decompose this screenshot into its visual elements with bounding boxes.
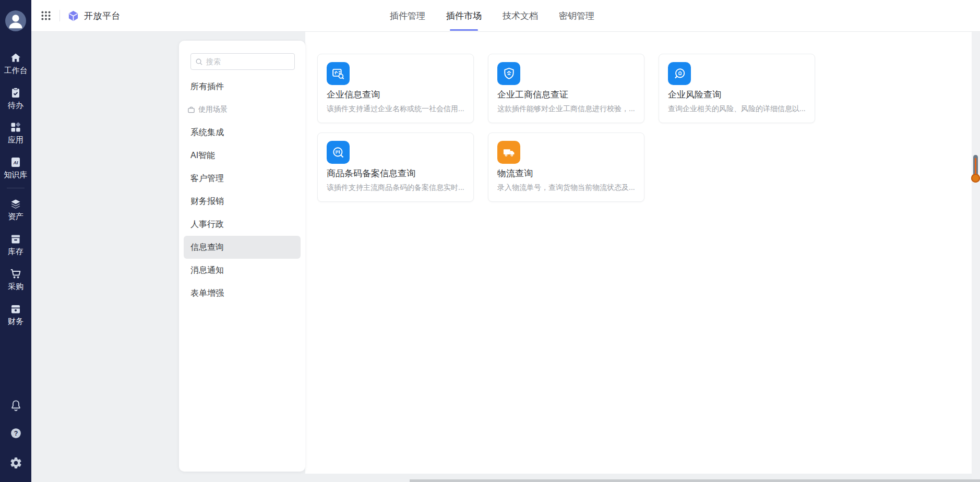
category-list: 所有插件 使用场景 系统集成 AI智能 客户管理 财务报销 人事行政 信息查询 … [179, 75, 305, 305]
category-customer-management[interactable]: 客户管理 [179, 167, 305, 190]
rail-item-label: 待办 [8, 101, 23, 110]
user-avatar[interactable] [5, 10, 26, 31]
procurement-cart-icon [9, 268, 22, 280]
plugin-card-barcode-registration[interactable]: 商品条码备案信息查询 该插件支持主流商品条码的备案信息实时... [317, 132, 474, 202]
rail-item-label: 资产 [8, 212, 23, 221]
help-button[interactable]: ? [0, 427, 31, 440]
todo-clipboard-icon [9, 87, 22, 99]
barcode-search-icon [327, 141, 350, 164]
left-nav-rail: 工作台 待办 应用 AI 知识库 资产 [0, 0, 31, 482]
tab-plugin-management[interactable]: 插件管理 [390, 0, 425, 32]
settings-button[interactable] [0, 456, 31, 469]
rail-item-apps[interactable]: 应用 [0, 121, 31, 144]
apps-icon [9, 121, 22, 134]
top-tabs: 插件管理 插件市场 技术文档 密钥管理 [390, 0, 594, 32]
app-launcher-icon[interactable] [41, 10, 51, 21]
plugin-title: 企业工商信息查证 [497, 90, 635, 100]
category-message-notification[interactable]: 消息通知 [179, 259, 305, 282]
rail-item-label: 工作台 [4, 66, 28, 75]
help-icon: ? [9, 427, 22, 440]
window-bottom-edge [410, 479, 980, 482]
rail-item-label: 采购 [8, 282, 23, 291]
rail-item-assets[interactable]: 资产 [0, 198, 31, 221]
inventory-box-icon [9, 233, 22, 245]
plugin-card-logistics[interactable]: 物流查询 录入物流单号，查询货物当前物流状态及... [488, 132, 644, 202]
category-form-enhancement[interactable]: 表单增强 [179, 282, 305, 305]
topbar-divider [59, 10, 60, 21]
plugin-card-business-verification[interactable]: 企业工商信息查证 这款插件能够对企业工商信息进行校验，... [488, 54, 644, 123]
tab-plugin-market[interactable]: 插件市场 [446, 0, 482, 32]
tab-tech-docs[interactable]: 技术文档 [503, 0, 538, 32]
rail-divider [7, 188, 25, 188]
finance-safe-icon [9, 303, 22, 315]
plugin-description: 该插件支持主流商品条码的备案信息实时... [327, 183, 464, 192]
plugin-title: 物流查询 [497, 168, 635, 179]
gear-icon [9, 456, 22, 469]
logistics-truck-icon [497, 141, 520, 164]
category-section-header: 使用场景 [179, 98, 305, 121]
plugin-description: 这款插件能够对企业工商信息进行校验，... [497, 104, 635, 114]
person-icon [5, 10, 26, 31]
plugin-card-enterprise-risk[interactable]: 企业风险查询 查询企业相关的风险、风险的详细信息以... [659, 54, 815, 123]
topbar: 开放平台 插件管理 插件市场 技术文档 密钥管理 [31, 0, 980, 32]
risk-search-icon [668, 62, 691, 85]
svg-text:?: ? [14, 430, 18, 437]
rail-item-knowledge-base[interactable]: AI 知识库 [0, 156, 31, 179]
scroll-marker-knob[interactable] [971, 174, 980, 183]
plugin-description: 该插件支持通过企业名称或统一社会信用... [327, 104, 464, 114]
assets-layers-icon [9, 198, 22, 210]
category-finance-reimbursement[interactable]: 财务报销 [179, 190, 305, 213]
rail-item-label: 财务 [8, 317, 23, 326]
category-system-integration[interactable]: 系统集成 [179, 121, 305, 144]
search-icon [195, 58, 203, 66]
category-info-query[interactable]: 信息查询 [184, 236, 301, 259]
rail-item-label: 应用 [8, 136, 23, 144]
scene-bag-icon [187, 106, 195, 114]
page-title: 开放平台 [84, 10, 121, 22]
category-ai[interactable]: AI智能 [179, 144, 305, 167]
business-shield-icon [497, 62, 520, 85]
rail-item-label: 库存 [8, 247, 23, 256]
rail-item-finance[interactable]: 财务 [0, 303, 31, 326]
rail-item-inventory[interactable]: 库存 [0, 233, 31, 256]
tab-key-management[interactable]: 密钥管理 [559, 0, 594, 32]
category-all-plugins[interactable]: 所有插件 [179, 75, 305, 98]
enterprise-info-search-icon [327, 62, 350, 85]
category-filter-panel: 所有插件 使用场景 系统集成 AI智能 客户管理 财务报销 人事行政 信息查询 … [179, 41, 305, 472]
workspace: 所有插件 使用场景 系统集成 AI智能 客户管理 财务报销 人事行政 信息查询 … [31, 32, 980, 482]
notifications-button[interactable] [0, 399, 31, 412]
scrollbar-track[interactable] [972, 32, 980, 482]
svg-text:AI: AI [13, 160, 18, 165]
plugin-title: 企业信息查询 [327, 90, 464, 100]
rail-item-todo[interactable]: 待办 [0, 87, 31, 110]
plugin-description: 录入物流单号，查询货物当前物流状态及... [497, 183, 635, 192]
plugin-card-enterprise-info[interactable]: 企业信息查询 该插件支持通过企业名称或统一社会信用... [317, 54, 474, 123]
home-icon [9, 52, 22, 64]
search-box [190, 53, 295, 70]
plugin-card-grid: 企业信息查询 该插件支持通过企业名称或统一社会信用... 企业工商信息查证 这款… [317, 54, 818, 202]
search-input[interactable] [206, 57, 290, 66]
platform-logo-icon [67, 10, 79, 22]
plugin-title: 企业风险查询 [668, 90, 806, 100]
category-section-label: 使用场景 [198, 105, 228, 114]
knowledge-base-icon: AI [9, 156, 22, 168]
plugin-description: 查询企业相关的风险、风险的详细信息以... [668, 104, 806, 114]
rail-item-procurement[interactable]: 采购 [0, 268, 31, 291]
rail-item-label: 知识库 [4, 171, 28, 179]
plugin-title: 商品条码备案信息查询 [327, 168, 464, 179]
bell-icon [9, 399, 22, 412]
category-hr-admin[interactable]: 人事行政 [179, 213, 305, 236]
rail-item-workbench[interactable]: 工作台 [0, 52, 31, 75]
